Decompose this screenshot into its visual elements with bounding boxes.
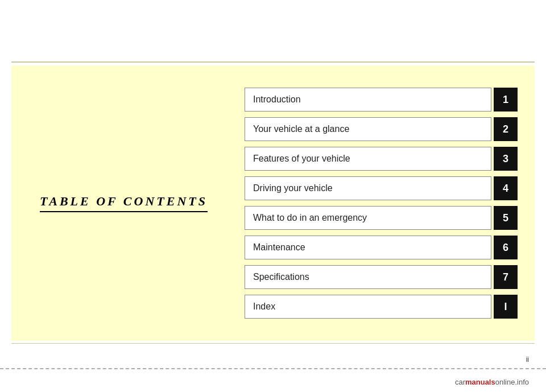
toc-item-number: 2: [494, 117, 518, 141]
toc-item-label: Maintenance: [245, 236, 491, 259]
toc-list: Introduction1Your vehicle at a glance2Fe…: [245, 88, 518, 319]
toc-title: TABLE OF CONTENTS: [40, 194, 208, 212]
page-number: ii: [526, 356, 529, 364]
toc-row[interactable]: Maintenance6: [245, 236, 518, 259]
toc-row[interactable]: Specifications7: [245, 265, 518, 289]
left-section: TABLE OF CONTENTS: [28, 194, 245, 212]
toc-item-label: Features of your vehicle: [245, 147, 491, 171]
toc-item-label: Your vehicle at a glance: [245, 117, 491, 141]
toc-item-number: 3: [494, 147, 518, 171]
toc-item-number: 1: [494, 88, 518, 112]
toc-row[interactable]: Your vehicle at a glance2: [245, 117, 518, 141]
top-divider: [11, 61, 535, 63]
toc-item-number: I: [494, 295, 518, 319]
toc-row[interactable]: IndexI: [245, 295, 518, 319]
toc-row[interactable]: Driving your vehicle4: [245, 176, 518, 200]
toc-row[interactable]: What to do in an emergency5: [245, 206, 518, 230]
main-content-area: TABLE OF CONTENTS Introduction1Your vehi…: [11, 65, 535, 341]
toc-item-number: 4: [494, 176, 518, 200]
toc-item-label: Index: [245, 295, 491, 319]
toc-row[interactable]: Introduction1: [245, 88, 518, 112]
toc-item-number: 5: [494, 206, 518, 230]
dashed-separator: [0, 368, 546, 369]
toc-item-label: Driving your vehicle: [245, 176, 491, 200]
toc-item-label: Introduction: [245, 88, 491, 112]
toc-item-number: 7: [494, 265, 518, 289]
toc-row[interactable]: Features of your vehicle3: [245, 147, 518, 171]
toc-item-label: What to do in an emergency: [245, 206, 491, 230]
bottom-divider: [11, 343, 535, 344]
toc-item-label: Specifications: [245, 265, 491, 289]
watermark: carmanualsonline.info: [455, 378, 529, 386]
toc-item-number: 6: [494, 236, 518, 259]
